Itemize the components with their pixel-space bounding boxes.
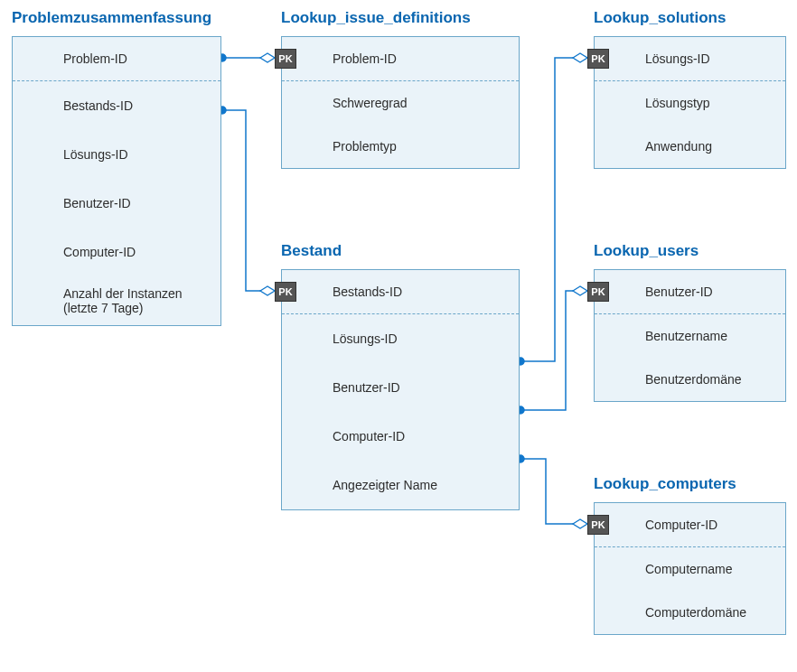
table-bestand: PK Bestands-ID Lösungs-ID Benutzer-ID Co…	[281, 269, 520, 510]
pk-field: PK Computer-ID	[595, 503, 785, 546]
field-label: Computer-ID	[645, 518, 717, 532]
field: Computer-ID	[282, 412, 519, 461]
field: Benutzername	[595, 314, 785, 358]
pk-field: PK Problem-ID	[282, 37, 519, 80]
field-label: Computerdomäne	[645, 605, 746, 620]
field-label: Benutzer-ID	[645, 285, 713, 299]
field: Angezeigter Name	[282, 461, 519, 509]
field: Lösungs-ID	[282, 314, 519, 363]
table-title-lookup-users: Lookup_users	[594, 242, 699, 260]
field-label: Benutzer-ID	[63, 196, 131, 210]
field: Computer-ID	[13, 228, 220, 276]
field: Benutzer-ID	[13, 179, 220, 228]
field-label: Bestands-ID	[63, 98, 133, 113]
table-title-bestand: Bestand	[281, 242, 342, 260]
field-label: Problemtyp	[333, 139, 397, 154]
field: Problemtyp	[282, 125, 519, 168]
table-lookup-solutions: PK Lösungs-ID Lösungstyp Anwendung	[594, 36, 786, 169]
table-title-lookup-solutions: Lookup_solutions	[594, 9, 726, 27]
field-label: Problem-ID	[63, 51, 127, 66]
field-label: Computer-ID	[63, 245, 136, 259]
pk-badge-icon: PK	[275, 49, 296, 69]
field-label: Lösungs-ID	[63, 147, 128, 162]
pk-badge-icon: PK	[587, 515, 609, 535]
field-label: Benutzerdomäne	[645, 372, 742, 387]
table-title-lookup-computers: Lookup_computers	[594, 475, 736, 493]
field-label: Angezeigter Name	[333, 478, 437, 492]
pk-badge-icon: PK	[587, 282, 609, 302]
field-label: Anzahl der Instanzen (letzte 7 Tage)	[63, 286, 208, 315]
field-label: Benutzer-ID	[333, 380, 400, 395]
field: Problem-ID	[13, 37, 220, 80]
er-diagram-canvas: Problemzusammenfassung Problem-ID Bestan…	[0, 0, 797, 672]
field: Anwendung	[595, 125, 785, 168]
table-lookup-issue-definitions: PK Problem-ID Schweregrad Problemtyp	[281, 36, 520, 169]
field: Benutzer-ID	[282, 363, 519, 412]
field: Computerdomäne	[595, 591, 785, 634]
field-label: Lösungs-ID	[645, 51, 710, 66]
pk-field: PK Lösungs-ID	[595, 37, 785, 80]
table-lookup-computers: PK Computer-ID Computername Computerdomä…	[594, 502, 786, 635]
table-problem-summary: Problem-ID Bestands-ID Lösungs-ID Benutz…	[12, 36, 221, 326]
pk-badge-icon: PK	[275, 282, 296, 302]
field: Lösungstyp	[595, 81, 785, 125]
field-label: Lösungstyp	[645, 96, 710, 110]
field: Benutzerdomäne	[595, 358, 785, 401]
table-lookup-users: PK Benutzer-ID Benutzername Benutzerdomä…	[594, 269, 786, 402]
field-label: Benutzername	[645, 329, 727, 343]
field-label: Lösungs-ID	[333, 331, 398, 346]
field: Bestands-ID	[13, 81, 220, 130]
field: Computername	[595, 547, 785, 591]
table-title-problem-summary: Problemzusammenfassung	[12, 9, 211, 27]
field: Schweregrad	[282, 81, 519, 125]
pk-badge-icon: PK	[587, 49, 609, 69]
field: Anzahl der Instanzen (letzte 7 Tage)	[13, 276, 220, 325]
field: Lösungs-ID	[13, 130, 220, 179]
field-label: Problem-ID	[333, 51, 397, 66]
field-label: Anwendung	[645, 139, 712, 154]
field-label: Bestands-ID	[333, 285, 402, 299]
field-label: Schweregrad	[333, 96, 408, 110]
field-label: Computername	[645, 562, 733, 576]
pk-field: PK Bestands-ID	[282, 270, 519, 313]
pk-field: PK Benutzer-ID	[595, 270, 785, 313]
field-label: Computer-ID	[333, 429, 405, 443]
table-title-lookup-issue-definitions: Lookup_issue_definitions	[281, 9, 471, 27]
